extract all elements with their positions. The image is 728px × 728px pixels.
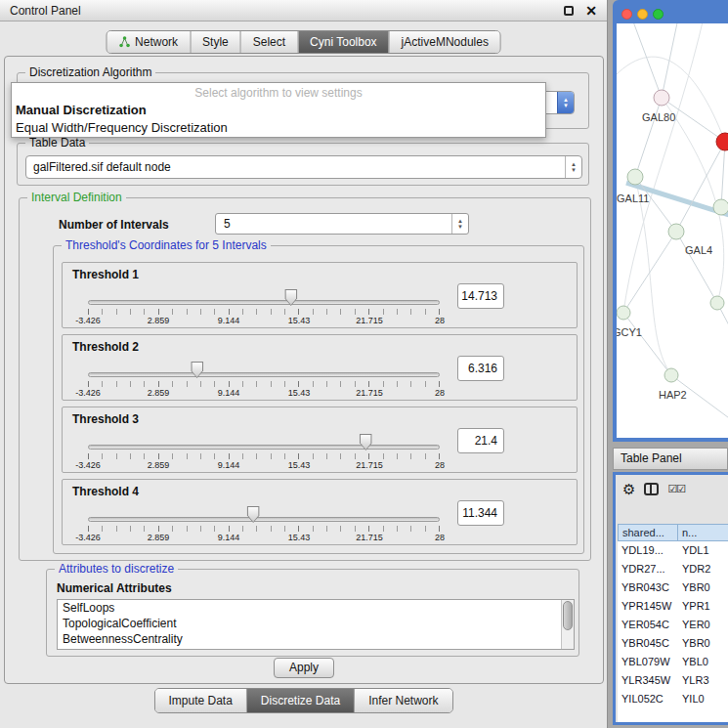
network-edge[interactable] bbox=[623, 23, 705, 313]
table-cell[interactable]: YBR0 bbox=[678, 634, 728, 653]
table-cell[interactable]: YBR045C bbox=[618, 634, 678, 653]
threshold-3-slider[interactable]: -3.426 2.859 9.144 15.43 21.715 28 bbox=[88, 429, 440, 472]
slider-track[interactable] bbox=[88, 517, 440, 522]
table-row[interactable]: YPR145W YPR1 bbox=[618, 597, 728, 616]
table-row[interactable]: YBR043C YBR0 bbox=[618, 578, 728, 597]
column-header[interactable]: shared... bbox=[618, 524, 678, 541]
tab-impute-data[interactable]: Impute Data bbox=[154, 689, 245, 712]
combobox-stepper-icon[interactable]: ▲▼ bbox=[557, 92, 574, 113]
threshold-value-field[interactable]: 21.4 bbox=[457, 428, 504, 453]
select-all-checkboxes-icon[interactable]: ☑☑ bbox=[667, 483, 685, 495]
tab-network[interactable]: Network bbox=[107, 31, 190, 53]
list-item[interactable]: BetweennessCentrality bbox=[58, 631, 574, 647]
network-edge[interactable] bbox=[635, 177, 676, 232]
dropdown-placeholder-option[interactable]: Select algorithm to view settings bbox=[12, 83, 545, 102]
table-cell[interactable]: YLR345W bbox=[618, 671, 678, 690]
gear-icon[interactable]: ⚙ bbox=[622, 482, 635, 496]
network-node[interactable] bbox=[710, 296, 724, 310]
network-node[interactable] bbox=[664, 368, 678, 382]
list-scrollbar[interactable] bbox=[561, 600, 574, 649]
group-title: Threshold's Coordinates for 5 Intervals bbox=[62, 238, 271, 252]
minimize-traffic-light[interactable] bbox=[637, 9, 648, 20]
network-node[interactable] bbox=[668, 224, 684, 239]
table-cell[interactable]: YDR2 bbox=[678, 560, 728, 578]
table-cell[interactable]: YBL0 bbox=[678, 653, 728, 671]
close-icon[interactable]: ✕ bbox=[585, 4, 597, 18]
attributes-list[interactable]: SelfLoops TopologicalCoefficient Between… bbox=[57, 599, 575, 650]
network-edge[interactable] bbox=[662, 23, 679, 98]
table-cell[interactable]: YDL1 bbox=[678, 541, 728, 560]
slider-track[interactable] bbox=[88, 372, 440, 377]
table-row[interactable]: YDL19... YDL1 bbox=[618, 541, 728, 560]
tab-discretize-data[interactable]: Discretize Data bbox=[246, 689, 354, 712]
network-node[interactable] bbox=[716, 133, 728, 150]
threshold-value-field[interactable]: 11.344 bbox=[457, 500, 504, 526]
network-edge[interactable] bbox=[617, 57, 725, 142]
table-data-combobox[interactable]: galFiltered.sif default node ▲▼ bbox=[25, 155, 582, 179]
threshold-2-slider[interactable]: -3.426 2.859 9.144 15.43 21.715 28 bbox=[88, 357, 440, 400]
tab-select[interactable]: Select bbox=[240, 31, 297, 53]
network-edge[interactable] bbox=[676, 142, 725, 232]
table-cell[interactable]: YPR1 bbox=[678, 597, 728, 616]
float-window-icon[interactable] bbox=[564, 6, 574, 16]
apply-button[interactable]: Apply bbox=[274, 658, 334, 678]
number-of-intervals-spinner[interactable]: 5 ▲▼ bbox=[215, 213, 469, 235]
tab-jactivemnodules[interactable]: jActiveMNodules bbox=[389, 31, 500, 53]
table-cell[interactable]: YIL052C bbox=[618, 690, 678, 708]
network-node[interactable] bbox=[713, 199, 728, 215]
dropdown-option-manual[interactable]: Manual Discretization bbox=[12, 102, 545, 119]
threshold-value-field[interactable]: 14.713 bbox=[457, 283, 504, 309]
table-cell[interactable]: YBR0 bbox=[678, 578, 728, 597]
table-row[interactable]: YLR345W YLR3 bbox=[618, 671, 728, 690]
network-edge[interactable] bbox=[623, 232, 676, 313]
table-row[interactable]: YER054C YER0 bbox=[618, 616, 728, 634]
network-node[interactable] bbox=[654, 90, 669, 106]
table-cell[interactable]: YDL19... bbox=[618, 541, 678, 560]
network-edge[interactable] bbox=[635, 177, 671, 375]
tab-infer-network[interactable]: Infer Network bbox=[354, 689, 451, 712]
spinner-stepper-icon[interactable]: ▲▼ bbox=[451, 214, 468, 234]
group-title: Discretization Algorithm bbox=[25, 65, 155, 79]
columns-icon[interactable] bbox=[644, 483, 659, 495]
table-cell[interactable]: YLR3 bbox=[678, 671, 728, 690]
close-traffic-light[interactable] bbox=[621, 9, 632, 20]
table-row[interactable]: YBL079W YBL0 bbox=[618, 653, 728, 671]
threshold-coordinates-group: Threshold's Coordinates for 5 Intervals … bbox=[53, 245, 584, 554]
table-row[interactable]: YDR27... YDR2 bbox=[618, 560, 728, 578]
table-cell[interactable]: YDR27... bbox=[618, 560, 678, 578]
threshold-2-panel: Threshold 2 -3.426 2.859 9.144 15.43 21.… bbox=[62, 334, 578, 401]
network-node[interactable] bbox=[617, 306, 630, 320]
network-graph[interactable]: GAL80GAL11GAL4GCY1HAP2 bbox=[617, 23, 728, 436]
threshold-4-slider[interactable]: -3.426 2.859 9.144 15.43 21.715 28 bbox=[88, 501, 440, 544]
scrollbar-thumb[interactable] bbox=[563, 601, 573, 630]
zoom-traffic-light[interactable] bbox=[653, 9, 664, 20]
table-cell[interactable]: YPR145W bbox=[618, 597, 678, 616]
network-edge[interactable] bbox=[623, 313, 671, 375]
table-row[interactable]: YBR045C YBR0 bbox=[618, 634, 728, 653]
table-cell[interactable]: YBR043C bbox=[618, 578, 678, 597]
tab-cyni-toolbox[interactable]: Cyni Toolbox bbox=[297, 31, 388, 53]
slider-track[interactable] bbox=[88, 300, 440, 305]
column-header[interactable]: n... bbox=[678, 524, 728, 541]
tab-style[interactable]: Style bbox=[190, 31, 240, 53]
slider-track[interactable] bbox=[88, 445, 440, 450]
table-panel-titlebar[interactable]: Table Panel bbox=[613, 448, 728, 470]
list-item[interactable]: SelfLoops bbox=[58, 600, 574, 616]
list-item[interactable]: TopologicalCoefficient bbox=[58, 616, 574, 631]
table-cell[interactable]: YER054C bbox=[618, 616, 678, 634]
network-node[interactable] bbox=[627, 169, 643, 185]
network-canvas[interactable]: GAL80GAL11GAL4GCY1HAP2 bbox=[617, 23, 728, 438]
combobox-stepper-icon[interactable]: ▲▼ bbox=[565, 156, 581, 178]
network-node-label: HAP2 bbox=[659, 389, 687, 401]
table-cell[interactable]: YIL0 bbox=[678, 690, 728, 708]
network-edge[interactable] bbox=[721, 142, 725, 207]
network-edge[interactable] bbox=[676, 232, 717, 303]
table-row[interactable]: YIL052C YIL0 bbox=[618, 690, 728, 708]
network-edge[interactable] bbox=[635, 98, 662, 177]
threshold-1-slider[interactable]: -3.426 2.859 9.144 15.43 21.715 28 bbox=[88, 284, 440, 327]
threshold-value-field[interactable]: 6.316 bbox=[457, 356, 504, 381]
table-cell[interactable]: YER0 bbox=[678, 616, 728, 634]
table-cell[interactable]: YBL079W bbox=[618, 653, 678, 671]
dropdown-option-equal-width[interactable]: Equal Width/Frequency Discretization bbox=[12, 119, 545, 137]
network-edge[interactable] bbox=[671, 375, 728, 426]
